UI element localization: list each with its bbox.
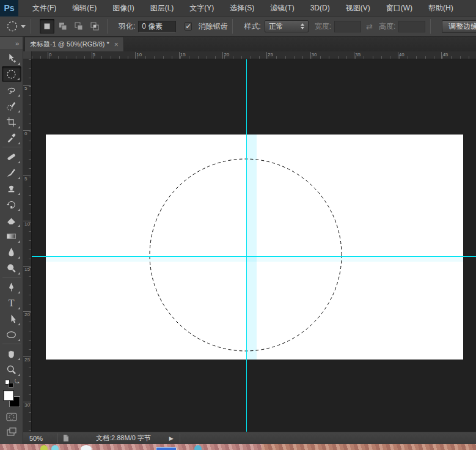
taskbar-icon[interactable]: [81, 445, 92, 450]
document-status-icon[interactable]: [62, 434, 70, 443]
menu-item-3[interactable]: 图层(L): [142, 0, 182, 16]
horizontal-ruler[interactable]: 051015202530354045: [32, 51, 476, 59]
width-input[interactable]: [334, 21, 361, 32]
foreground-color-swatch[interactable]: [3, 390, 14, 401]
dodge-tool[interactable]: [2, 260, 21, 276]
elliptical-marquee-tool[interactable]: [2, 66, 21, 82]
collapse-panel-button[interactable]: »: [0, 37, 23, 50]
height-input[interactable]: [398, 21, 425, 32]
hruler-label-45: 45: [442, 52, 448, 57]
menu-item-1[interactable]: 编辑(E): [64, 0, 104, 16]
add-to-selection-button[interactable]: [56, 19, 70, 34]
hruler-label-15: 15: [180, 52, 186, 57]
separator: [107, 19, 108, 34]
antialias-checkbox[interactable]: ✓: [185, 22, 192, 31]
menu-item-6[interactable]: 滤镜(T): [262, 0, 302, 16]
document-tab[interactable]: 未标题-1 @ 50%(RGB/8) * ×: [24, 37, 124, 51]
taskbar-icon[interactable]: [40, 445, 48, 450]
eraser-icon: [6, 215, 16, 226]
style-select-value: 正常: [269, 21, 284, 32]
blur-icon: [6, 247, 16, 257]
gradient-icon: [6, 231, 16, 242]
menu-item-7[interactable]: 3D(D): [302, 0, 338, 16]
close-icon[interactable]: ×: [114, 41, 119, 48]
pathselect-icon: [6, 314, 16, 324]
separator: [232, 19, 233, 34]
zoom-tool[interactable]: [2, 361, 21, 377]
antialias-label: 消除锯齿: [198, 21, 227, 32]
quick-mask-icon: [6, 413, 17, 421]
style-select[interactable]: 正常: [265, 20, 309, 32]
new-selection-icon: [43, 22, 51, 31]
ellipse-tool[interactable]: [2, 326, 21, 342]
swap-dimensions-icon[interactable]: ⇄: [366, 22, 373, 31]
vertical-ruler[interactable]: 5051015202530: [23, 59, 32, 432]
options-bar: 羽化: ✓ 消除锯齿 样式: 正常 宽度: ⇄ 高度: 调整边缘: [0, 17, 476, 37]
vruler-label-5: 5: [24, 177, 31, 182]
taskbar-icon[interactable]: [194, 445, 202, 450]
zoom-icon: [6, 364, 16, 375]
gradient-tool[interactable]: [2, 228, 21, 244]
refine-edge-button[interactable]: 调整边缘: [442, 20, 476, 33]
zoom-level-field[interactable]: 50%: [29, 435, 54, 442]
type-tool[interactable]: T: [2, 295, 21, 311]
vruler-label-15: 15: [24, 267, 31, 272]
path-selection-tool[interactable]: [2, 311, 21, 326]
quick-mask-button[interactable]: [4, 411, 19, 422]
quick-selection-tool[interactable]: [2, 98, 21, 114]
canvas[interactable]: [46, 135, 463, 360]
hruler-label-40: 40: [399, 52, 405, 57]
new-selection-button[interactable]: [40, 19, 54, 34]
spot-healing-brush-tool[interactable]: [2, 149, 21, 164]
ruler-origin-box[interactable]: [23, 51, 32, 59]
hruler-label-20: 20: [224, 52, 229, 57]
hand-tool[interactable]: [2, 345, 21, 361]
lasso-tool[interactable]: [2, 82, 21, 98]
taskbar-icon[interactable]: [51, 445, 59, 450]
document-viewport[interactable]: [32, 59, 476, 432]
screen-mode-button[interactable]: [4, 426, 19, 437]
eyedropper-tool[interactable]: [2, 130, 21, 146]
intersect-selection-icon: [90, 22, 99, 31]
document-size-info[interactable]: 文档:2.88M/0 字节: [96, 433, 151, 443]
horizontal-guide[interactable]: [32, 256, 476, 257]
windows-taskbar[interactable]: [0, 444, 476, 450]
dodge-icon: [6, 263, 16, 273]
vertical-guide[interactable]: [246, 59, 247, 432]
blur-tool[interactable]: [2, 244, 21, 260]
taskbar-icon[interactable]: [156, 447, 177, 450]
height-label: 高度:: [379, 21, 395, 32]
tool-preset-picker[interactable]: [6, 20, 26, 32]
menu-item-4[interactable]: 文字(Y): [181, 0, 222, 16]
brush-tool[interactable]: [2, 164, 21, 180]
menu-item-9[interactable]: 窗口(W): [378, 0, 420, 16]
move-tool[interactable]: [2, 50, 21, 66]
menu-item-10[interactable]: 帮助(H): [420, 0, 461, 16]
subtract-from-selection-button[interactable]: [71, 19, 86, 34]
menu-item-5[interactable]: 选择(S): [222, 0, 262, 16]
screen-mode-icon: [6, 427, 17, 437]
clone-stamp-tool[interactable]: [2, 180, 21, 196]
separator: [430, 19, 431, 34]
photoshop-window: Ps 文件(F)编辑(E)图像(I)图层(L)文字(Y)选择(S)滤镜(T)3D…: [0, 0, 476, 450]
healing-icon: [6, 152, 16, 162]
menu-item-2[interactable]: 图像(I): [104, 0, 142, 16]
eraser-tool[interactable]: [2, 212, 21, 228]
default-swap-colors[interactable]: ⤿: [2, 378, 21, 388]
brush-icon: [6, 168, 16, 178]
hruler-label-30: 30: [312, 52, 317, 57]
history-brush-tool[interactable]: [2, 196, 21, 212]
feather-input[interactable]: [138, 21, 176, 32]
pen-tool[interactable]: [2, 279, 21, 295]
status-expand-arrow[interactable]: ▶: [169, 435, 174, 441]
menu-item-0[interactable]: 文件(F): [24, 0, 64, 16]
document-tab-title: 未标题-1 @ 50%(RGB/8) *: [30, 40, 109, 49]
menu-item-8[interactable]: 视图(V): [338, 0, 378, 16]
crop-tool[interactable]: [2, 114, 21, 130]
history-icon: [6, 199, 16, 210]
vruler-label-20: 20: [24, 312, 31, 317]
type-icon: T: [6, 298, 16, 308]
intersect-selection-button[interactable]: [87, 19, 102, 34]
color-swatches: [2, 389, 21, 408]
quickselect-icon: [6, 101, 16, 111]
